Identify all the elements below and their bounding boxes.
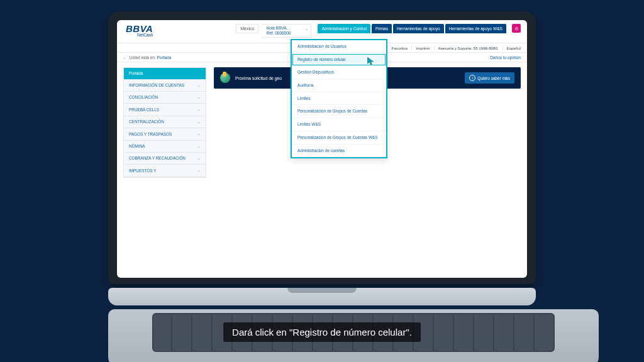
sidebar-item-4[interactable]: CENTRALIZACIÓN⌄ (124, 116, 206, 128)
dropdown-item-3[interactable]: Auditoría (292, 79, 386, 92)
dropdown-item-2[interactable]: Gestión Dispositivos (292, 66, 386, 79)
chevron-down-icon: ⌄ (197, 107, 201, 112)
chevron-down-icon: ⌄ (197, 95, 201, 100)
laptop-hinge (108, 288, 536, 305)
reference-number: Ref. 0000000 (266, 31, 307, 36)
bbva-logo: BBVA NetCash (126, 24, 153, 38)
laptop-frame: BBVA NetCash México Hola BBVA… Ref. 0000… (108, 11, 536, 362)
dropdown-item-5[interactable]: Personalización de Grupos de Cuentas (292, 105, 386, 118)
dropdown-item-8[interactable]: Administración de cuentas (292, 145, 386, 158)
util-soporte: Asesoría y Soporte: 55 1998-8080. (434, 46, 499, 50)
crumb-current[interactable]: Portada (157, 55, 171, 60)
home-icon[interactable]: ⌂ (123, 55, 126, 60)
sidebar-item-8[interactable]: IMPUESTOS Y⌄ (124, 165, 206, 177)
globe-pin-icon (220, 73, 230, 83)
chevron-down-icon: ⌄ (197, 83, 201, 88)
logout-button[interactable]: ⎋ (512, 24, 521, 33)
cursor-icon (366, 57, 375, 68)
sidebar-item-label: PRUEBA CELLS (129, 107, 159, 112)
logo-text: BBVA (126, 24, 153, 33)
chevron-down-icon: ⌄ (197, 119, 201, 124)
info-icon: i (469, 75, 475, 81)
sidebar-item-label: CENTRALIZACIÓN (129, 119, 164, 124)
chevron-down-icon: ⌄ (197, 168, 201, 173)
greeting-text: Hola BBVA… (266, 26, 307, 31)
dropdown-item-0[interactable]: Administración de Usuarios (292, 40, 386, 53)
util-favoritos[interactable]: Favoritos (388, 46, 408, 50)
sidebar-item-5[interactable]: PAGOS Y TRASPASOS⌄ (124, 128, 206, 140)
account-selector[interactable]: Hola BBVA… Ref. 0000000 ⌄ (262, 24, 311, 38)
instruction-caption: Dará click en "Registro de número celula… (223, 322, 421, 342)
sidebar-item-label: COBRANZA Y RECAUDACIÓN (129, 156, 186, 161)
country-label: México (236, 24, 258, 33)
sidebar-item-label: PAGOS Y TRASPASOS (129, 132, 172, 137)
banner-cta-label: Quiero saber más (477, 76, 510, 80)
util-idioma[interactable]: Español (502, 46, 521, 50)
sidebar-item-6[interactable]: NÓMINA⌄ (124, 141, 206, 153)
sidebar-item-label: Portada (129, 71, 143, 76)
sidebar: PortadaINFORMACIÓN DE CUENTAS⌄CONCILIACI… (123, 67, 206, 178)
dropdown-item-4[interactable]: Límites (292, 92, 386, 106)
sidebar-item-label: NÓMINA (129, 144, 145, 149)
sidebar-item-label: INFORMACIÓN DE CUENTAS (129, 83, 184, 88)
laptop-bezel: BBVA NetCash México Hola BBVA… Ref. 0000… (108, 11, 536, 284)
tab-admin-control[interactable]: Administración y Control (318, 24, 370, 33)
util-imprimir[interactable]: Imprimir (411, 46, 430, 50)
sidebar-item-label: IMPUESTOS Y (129, 168, 156, 173)
banner-cta[interactable]: i Quiero saber más (465, 72, 514, 84)
chevron-down-icon: ⌄ (197, 144, 201, 149)
tab-herramientas-ws[interactable]: Herramientas de apoyo W&S (445, 24, 506, 33)
dropdown-item-7[interactable]: Personalización de Grupos de Cuentas W&S (292, 131, 386, 145)
sidebar-item-1[interactable]: INFORMACIÓN DE CUENTAS⌄ (124, 80, 206, 92)
crumb-label: Usted está en: (130, 55, 156, 60)
dropdown-item-6[interactable]: Límites W&S (292, 118, 386, 131)
sidebar-item-7[interactable]: COBRANZA Y RECAUDACIÓN⌄ (124, 153, 206, 165)
logo-product: NetCash (126, 33, 153, 38)
sidebar-item-3[interactable]: PRUEBA CELLS⌄ (124, 104, 206, 116)
sidebar-item-0[interactable]: Portada (124, 68, 206, 80)
nav-tabs: Administración y Control Firmas Herramie… (318, 24, 506, 33)
tab-herramientas[interactable]: Herramientas de apoyo (393, 24, 444, 33)
sidebar-item-2[interactable]: CONCILIACIÓN⌄ (124, 92, 206, 104)
sidebar-item-label: CONCILIACIÓN (129, 95, 158, 100)
chevron-down-icon: ⌄ (197, 156, 201, 161)
app-screen: BBVA NetCash México Hola BBVA… Ref. 0000… (117, 20, 527, 278)
feedback-link[interactable]: Danos tu opinión (490, 55, 521, 60)
chevron-down-icon: ⌄ (305, 27, 308, 31)
tab-firmas[interactable]: Firmas (372, 24, 392, 33)
logout-icon: ⎋ (515, 26, 518, 31)
chevron-down-icon: ⌄ (197, 131, 201, 136)
